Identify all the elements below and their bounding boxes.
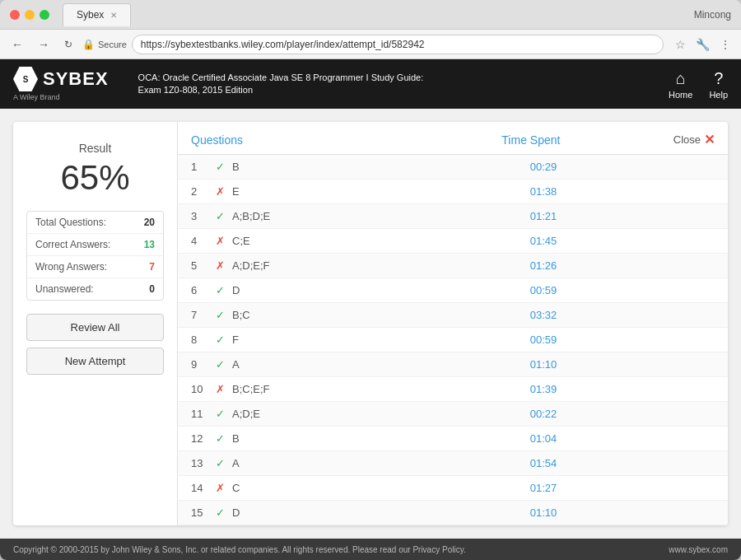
wrong-answers-row: Wrong Answers: 7 [27, 256, 163, 278]
table-row[interactable]: 12✓B01:04 [178, 427, 728, 451]
correct-icon: ✓ [216, 309, 232, 321]
question-answer: B [232, 161, 372, 173]
question-number: 15 [191, 506, 216, 519]
question-answer: E [232, 185, 372, 198]
result-label: Result [79, 142, 112, 155]
question-time: 00:29 [372, 161, 715, 173]
table-row[interactable]: 15✓D01:10 [178, 501, 728, 525]
user-label: Mincong [694, 9, 731, 21]
stats-table: Total Questions: 20 Correct Answers: 13 … [26, 211, 164, 301]
total-questions-label: Total Questions: [35, 217, 106, 228]
question-number: 4 [191, 235, 216, 247]
correct-icon: ✓ [216, 432, 232, 445]
table-row[interactable]: 3✓A;B;D;E01:21 [178, 204, 728, 229]
right-panel: Questions Time Spent Close ✕ 1✓B00:292✗E… [178, 122, 728, 525]
tab-title: Sybex [77, 9, 104, 21]
unanswered-label: Unanswered: [35, 283, 94, 295]
sybex-logo: S SYBEX A Wiley Brand [13, 67, 109, 101]
question-time: 01:21 [372, 210, 715, 222]
app-header: S SYBEX A Wiley Brand OCA: Oracle Certif… [0, 59, 741, 109]
table-row[interactable]: 8✓F00:59 [178, 328, 728, 352]
table-row[interactable]: 11✓A;D;E00:22 [178, 402, 728, 427]
correct-icon: ✓ [216, 210, 232, 222]
minimize-window-btn[interactable] [25, 10, 35, 20]
correct-answers-label: Correct Answers: [35, 239, 110, 250]
left-panel: Result 65% Total Questions: 20 Correct A… [13, 122, 178, 525]
maximize-window-btn[interactable] [40, 10, 49, 20]
footer-website: www.sybex.com [669, 545, 728, 554]
question-number: 6 [191, 284, 216, 296]
home-label: Home [669, 90, 692, 100]
unanswered-value: 0 [149, 283, 155, 295]
question-number: 5 [191, 259, 216, 272]
extensions-icon[interactable]: 🔧 [692, 36, 713, 53]
wiley-brand: A Wiley Brand [13, 93, 109, 101]
total-questions-row: Total Questions: 20 [27, 212, 163, 234]
question-answer: B [232, 432, 372, 445]
logo-text: SYBEX [43, 68, 109, 90]
question-time: 01:38 [372, 185, 715, 198]
correct-icon: ✓ [216, 284, 232, 296]
table-row[interactable]: 13✓A01:54 [178, 451, 728, 476]
url-bar[interactable]: https://sybextestbanks.wiley.com/player/… [132, 35, 664, 54]
table-row[interactable]: 7✓B;C03:32 [178, 303, 728, 328]
browser-tab[interactable]: Sybex ✕ [63, 3, 131, 26]
close-tab-icon[interactable]: ✕ [110, 11, 117, 20]
footer-copyright: Copyright © 2000-2015 by John Wiley & So… [13, 545, 466, 554]
help-nav-item[interactable]: ? Help [709, 69, 728, 100]
table-row[interactable]: 9✓A01:10 [178, 352, 728, 377]
question-time: 01:54 [372, 457, 715, 469]
wrong-answers-value: 7 [149, 261, 155, 273]
question-number: 12 [191, 432, 216, 445]
wrong-icon: ✗ [216, 185, 232, 198]
content-area: Result 65% Total Questions: 20 Correct A… [13, 122, 728, 525]
review-all-button[interactable]: Review All [26, 314, 164, 341]
question-answer: B;C;E;F [232, 383, 372, 395]
wrong-icon: ✗ [216, 235, 232, 247]
home-nav-item[interactable]: ⌂ Home [669, 69, 692, 100]
refresh-button[interactable]: ↻ [59, 35, 77, 54]
unanswered-row: Unanswered: 0 [27, 278, 163, 300]
new-attempt-button[interactable]: New Attempt [26, 348, 164, 375]
table-row[interactable]: 2✗E01:38 [178, 180, 728, 204]
sybex-icon: S [13, 67, 38, 91]
question-number: 3 [191, 210, 216, 222]
menu-icon[interactable]: ⋮ [716, 36, 734, 53]
table-row[interactable]: 4✗C;E01:45 [178, 229, 728, 254]
col-time-header: Time Spent [389, 133, 673, 147]
question-answer: A [232, 358, 372, 371]
result-percent: 65% [60, 158, 129, 198]
table-header: Questions Time Spent Close ✕ [178, 122, 728, 155]
table-row[interactable]: 1✓B00:29 [178, 155, 728, 180]
question-answer: C [232, 482, 372, 494]
question-answer: C;E [232, 235, 372, 247]
header-nav: ⌂ Home ? Help [669, 69, 728, 100]
question-time: 01:04 [372, 432, 715, 445]
table-row[interactable]: 10✗B;C;E;F01:39 [178, 377, 728, 402]
table-row[interactable]: 6✓D00:59 [178, 278, 728, 303]
header-title: OCA: Oracle Certified Associate Java SE … [125, 72, 669, 97]
col-questions-header: Questions [191, 133, 389, 147]
wrong-icon: ✗ [216, 482, 232, 494]
question-time: 01:10 [372, 506, 715, 519]
back-button[interactable]: ← [7, 35, 28, 54]
traffic-lights [10, 10, 49, 20]
question-time: 01:26 [372, 259, 715, 272]
close-button[interactable]: Close ✕ [673, 132, 715, 147]
question-answer: A [232, 457, 372, 469]
table-row[interactable]: 5✗A;D;E;F01:26 [178, 254, 728, 278]
secure-label: Secure [98, 40, 127, 49]
question-time: 01:39 [372, 383, 715, 395]
forward-button[interactable]: → [33, 35, 54, 54]
correct-icon: ✓ [216, 506, 232, 519]
nav-bar: ← → ↻ 🔒 Secure https://sybextestbanks.wi… [0, 30, 741, 59]
correct-icon: ✓ [216, 334, 232, 346]
question-number: 11 [191, 408, 216, 420]
question-time: 03:32 [372, 309, 715, 321]
table-row[interactable]: 14✗C01:27 [178, 476, 728, 501]
url-text: https://sybextestbanks.wiley.com/player/… [141, 39, 425, 50]
bookmark-icon[interactable]: ☆ [672, 36, 689, 53]
close-window-btn[interactable] [10, 10, 20, 20]
question-answer: A;D;E [232, 408, 372, 420]
help-label: Help [709, 90, 728, 100]
